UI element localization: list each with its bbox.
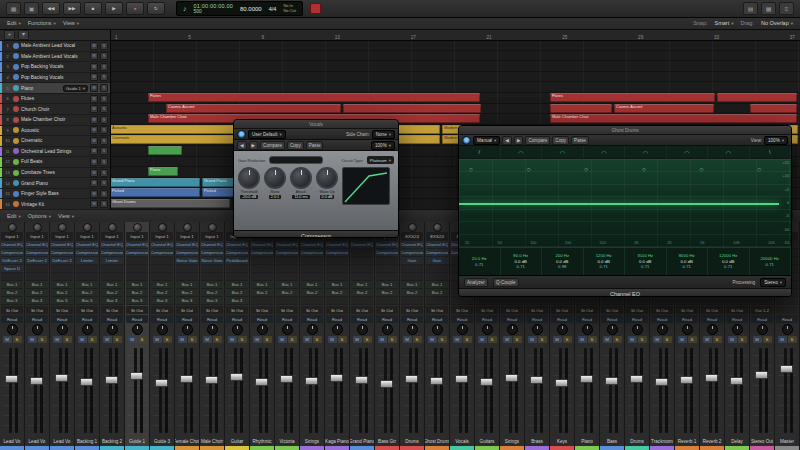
insert-slot[interactable] xyxy=(51,265,73,273)
input-slot[interactable]: Input 1 xyxy=(26,232,48,241)
output-slot[interactable]: St Out xyxy=(601,306,623,314)
track-name[interactable]: Male Ambient Lead Vocals xyxy=(21,54,88,59)
gain-knob[interactable] xyxy=(33,223,42,232)
solo-button[interactable]: S xyxy=(388,336,397,343)
copy-button[interactable]: Copy xyxy=(552,136,569,145)
insert-slot[interactable]: Compressor xyxy=(301,249,323,257)
insert-slot[interactable]: Channel EQ xyxy=(26,241,48,249)
track-solo-button[interactable]: S xyxy=(100,52,108,60)
eq-band-column[interactable]: 80.0 Hz 0.0 dB 0.71 xyxy=(501,248,543,275)
fader-cap[interactable] xyxy=(580,375,593,383)
mute-button[interactable]: M xyxy=(203,336,212,343)
eq-band-toggle[interactable]: / xyxy=(459,146,501,158)
channel-name[interactable]: Backing 1 xyxy=(75,437,99,446)
power-icon[interactable] xyxy=(237,130,246,139)
compressor-window-title[interactable]: Vocals xyxy=(234,120,398,129)
knob-value[interactable]: -20.0 dB xyxy=(240,195,258,199)
band-q[interactable]: 0.71 xyxy=(641,264,649,269)
insert-slot[interactable] xyxy=(226,273,248,281)
pan-knob[interactable] xyxy=(332,324,343,335)
solo-button[interactable]: S xyxy=(738,336,747,343)
eq-band-column[interactable]: 1200 Hz 0.0 dB 0.71 xyxy=(584,248,626,275)
insert-slot[interactable]: Channel EQ xyxy=(1,241,23,249)
channel-strip[interactable]: Input 1 Channel EQ Compressor Bus 1 Bus … xyxy=(125,222,150,450)
prev-preset-button[interactable]: ◀ xyxy=(502,136,512,145)
send-slot[interactable]: Bus 2 xyxy=(326,289,348,297)
channel-strip[interactable]: Input 1 Channel EQ Compressor DeEsser 2 … xyxy=(25,222,50,450)
fader-cap[interactable] xyxy=(355,376,368,384)
insert-slot[interactable]: Space D xyxy=(1,265,23,273)
compressor-knob[interactable] xyxy=(290,167,312,189)
insert-slot[interactable]: Compressor xyxy=(76,249,98,257)
channel-name[interactable]: Reverb 1 xyxy=(675,437,699,446)
transport-button[interactable]: ▶ xyxy=(105,2,123,15)
fader-cap[interactable] xyxy=(755,371,768,379)
track-row[interactable]: 8 Male Chamber Choir M S xyxy=(0,115,110,126)
track-name[interactable]: Flutes xyxy=(21,96,88,101)
insert-slot[interactable] xyxy=(76,265,98,273)
insert-slot[interactable] xyxy=(276,273,298,281)
send-slot[interactable]: Bus 2 xyxy=(76,289,98,297)
pan-knob[interactable] xyxy=(482,324,493,335)
track-solo-button[interactable]: S xyxy=(100,200,108,208)
channel-name[interactable]: Vocals xyxy=(450,437,474,446)
insert-slot[interactable] xyxy=(101,265,123,273)
input-slot[interactable]: Input 1 xyxy=(1,232,23,241)
snap-select[interactable]: Smart xyxy=(715,20,734,26)
volume-fader[interactable] xyxy=(378,346,396,435)
insert-slot[interactable] xyxy=(26,265,48,273)
automation-mode[interactable]: Read xyxy=(276,315,298,323)
insert-slot[interactable] xyxy=(426,265,448,273)
eq-band-column[interactable]: 200 Hz 0.0 dB 0.98 xyxy=(542,248,584,275)
fader-cap[interactable] xyxy=(555,379,568,387)
insert-slot[interactable]: Compressor xyxy=(201,249,223,257)
pan-knob[interactable] xyxy=(507,324,518,335)
track-name[interactable]: Male Chamber Choir xyxy=(21,117,88,122)
transport-button[interactable]: ▶▶ xyxy=(63,2,81,15)
insert-slot[interactable]: Compressor xyxy=(226,249,248,257)
channel-name[interactable]: Male Choir xyxy=(200,437,224,446)
automation-mode[interactable]: Read xyxy=(226,315,248,323)
track-mute-button[interactable]: M xyxy=(90,84,98,92)
output-slot[interactable]: St Out xyxy=(201,306,223,314)
pan-knob[interactable] xyxy=(682,324,693,335)
mute-button[interactable]: M xyxy=(128,336,137,343)
channel-name[interactable]: Ghost Drums xyxy=(425,437,449,446)
pan-knob[interactable] xyxy=(7,324,18,335)
insert-slot[interactable] xyxy=(151,257,173,265)
gain-knob[interactable] xyxy=(183,223,192,232)
insert-slot[interactable] xyxy=(126,257,148,265)
toolbar-icon[interactable]: ▦ xyxy=(6,2,21,15)
compare-button[interactable]: Compare xyxy=(525,136,550,145)
channel-name[interactable]: Lead Vo xyxy=(25,437,49,446)
side-chain-select[interactable]: None xyxy=(372,130,395,139)
send-slot[interactable]: Bus 3 xyxy=(226,297,248,305)
audio-region[interactable]: Picked xyxy=(110,188,200,197)
eq-band-column[interactable]: 8000 Hz 0.0 dB 0.71 xyxy=(667,248,709,275)
volume-fader[interactable] xyxy=(753,346,771,435)
mute-button[interactable]: M xyxy=(678,336,687,343)
audio-region[interactable]: Male Chamber Choir xyxy=(550,114,797,123)
fader-cap[interactable] xyxy=(605,377,618,385)
track-mute-button[interactable]: M xyxy=(90,63,98,71)
send-slot[interactable] xyxy=(451,297,473,305)
mute-button[interactable]: M xyxy=(578,336,587,343)
send-slot[interactable]: Bus 1 xyxy=(26,281,48,289)
insert-slot[interactable]: Compressor xyxy=(376,249,398,257)
insert-slot[interactable]: Channel EQ xyxy=(201,241,223,249)
channel-strip[interactable]: Input 1 Channel EQ Compressor Bus 1 Bus … xyxy=(150,222,175,450)
prev-preset-button[interactable]: ◀ xyxy=(237,141,247,150)
eq-band-column[interactable]: 12000 Hz 0.0 dB 0.71 xyxy=(708,248,750,275)
channel-name[interactable]: Grand Piano xyxy=(350,437,374,446)
fader-cap[interactable] xyxy=(505,374,518,382)
insert-slot[interactable] xyxy=(151,265,173,273)
track-row[interactable]: 14 Grand Piano M S xyxy=(0,178,110,189)
automation-mode[interactable]: Read xyxy=(26,315,48,323)
insert-slot[interactable]: Compressor xyxy=(426,249,448,257)
output-slot[interactable]: St Out xyxy=(651,306,673,314)
mute-button[interactable]: M xyxy=(453,336,462,343)
solo-button[interactable]: S xyxy=(663,336,672,343)
zoom-select[interactable]: 100% xyxy=(371,141,395,150)
audio-region[interactable]: Acoustic xyxy=(110,125,250,134)
volume-fader[interactable] xyxy=(478,346,496,435)
